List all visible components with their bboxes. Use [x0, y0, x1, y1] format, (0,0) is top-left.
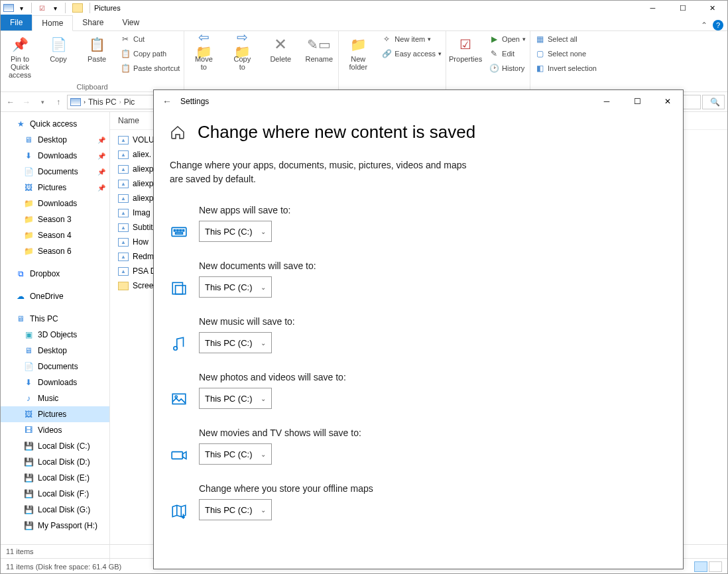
- settings-close-button[interactable]: ✕: [652, 90, 683, 113]
- nav-disk-c[interactable]: 💾Local Disk (C:): [1, 438, 109, 454]
- maximize-button[interactable]: ☐: [668, 1, 698, 15]
- navigation-pane[interactable]: ★Quick access 🖥Desktop📌 ⬇Downloads📌 📄Doc…: [1, 112, 110, 565]
- tab-view[interactable]: View: [113, 15, 149, 30]
- folder-icon: 📁: [23, 230, 34, 241]
- minimize-button[interactable]: ─: [638, 1, 668, 15]
- dropdown-value: This PC (C:): [205, 282, 253, 292]
- quick-access-icon: ★: [15, 119, 26, 129]
- qat-window-icon[interactable]: [3, 4, 14, 12]
- disk-icon: 💾: [23, 457, 34, 467]
- nav-documents[interactable]: 📄Documents📌: [1, 164, 109, 180]
- save-location-row: Change where you store your offline maps…: [170, 483, 667, 520]
- save-location-dropdown[interactable]: This PC (C:)⌄: [199, 276, 272, 298]
- nav-desktop-2[interactable]: 🖥Desktop: [1, 343, 109, 359]
- nav-season3[interactable]: 📁Season 3: [1, 211, 109, 227]
- thumbnails-view-button[interactable]: [709, 561, 722, 572]
- nav-pictures[interactable]: 🖼Pictures📌: [1, 180, 109, 196]
- nav-up-button[interactable]: ↑: [51, 95, 66, 109]
- pc-icon: [70, 98, 81, 106]
- folder-icon: [72, 3, 83, 13]
- nav-videos[interactable]: 🎞Videos: [1, 422, 109, 438]
- select-none-button[interactable]: ▢Select none: [534, 47, 597, 60]
- paste-button[interactable]: 📋Paste: [82, 32, 112, 63]
- nav-quick-access[interactable]: ★Quick access: [1, 116, 109, 132]
- open-button[interactable]: ▶Open ▾: [489, 32, 526, 46]
- save-location-dropdown[interactable]: This PC (C:)⌄: [199, 332, 272, 353]
- easy-access-button[interactable]: 🔗Easy access ▾: [381, 47, 442, 60]
- details-view-button[interactable]: [694, 561, 707, 572]
- select-none-icon: ▢: [534, 48, 545, 59]
- nav-passport[interactable]: 💾My Passport (H:): [1, 518, 109, 534]
- save-location-dropdown[interactable]: This PC (C:)⌄: [199, 499, 272, 520]
- new-item-button[interactable]: ✧New item ▾: [381, 32, 442, 46]
- pin-quick-access-button[interactable]: 📌Pin to Quick access: [5, 32, 35, 79]
- select-all-button[interactable]: ▦Select all: [534, 32, 597, 46]
- nav-forward-button[interactable]: →: [19, 95, 34, 109]
- nav-disk-f[interactable]: 💾Local Disk (F:): [1, 486, 109, 502]
- ribbon-tabstrip: File Home Share View ⌃ ?: [1, 15, 727, 31]
- copy-button[interactable]: 📄Copy: [43, 32, 74, 63]
- delete-button[interactable]: ✕Delete: [265, 32, 296, 63]
- nav-downloads[interactable]: ⬇Downloads📌: [1, 148, 109, 164]
- tab-file[interactable]: File: [1, 15, 32, 30]
- svg-rect-11: [172, 452, 182, 459]
- save-location-dropdown[interactable]: This PC (C:)⌄: [199, 443, 272, 465]
- nav-music[interactable]: ♪Music: [1, 390, 109, 406]
- move-to-button[interactable]: ⇦📁Move to: [188, 32, 219, 71]
- settings-back-button[interactable]: ←: [154, 96, 180, 107]
- close-button[interactable]: ✕: [698, 1, 727, 15]
- cut-icon: ✂: [120, 34, 131, 44]
- nav-documents-2[interactable]: 📄Documents: [1, 359, 109, 374]
- save-location-dropdown[interactable]: This PC (C:)⌄: [199, 221, 272, 242]
- file-name: aliexp: [133, 179, 153, 188]
- nav-pictures-2[interactable]: 🖼Pictures: [1, 406, 109, 422]
- help-icon[interactable]: ?: [713, 20, 723, 30]
- nav-this-pc[interactable]: 🖥This PC: [1, 311, 109, 327]
- nav-disk-e[interactable]: 💾Local Disk (E:): [1, 470, 109, 486]
- nav-disk-d[interactable]: 💾Local Disk (D:): [1, 454, 109, 470]
- open-icon: ▶: [489, 34, 499, 44]
- breadcrumb-location[interactable]: Pic: [124, 97, 135, 107]
- nav-recent-button[interactable]: ▾: [35, 95, 50, 109]
- invert-selection-icon: ◧: [534, 63, 545, 74]
- save-location-row: New music will save to:This PC (C:)⌄: [170, 316, 667, 353]
- settings-maximize-button[interactable]: ☐: [622, 90, 652, 113]
- nav-3d-objects[interactable]: ▣3D Objects: [1, 327, 109, 343]
- disk-icon: 💾: [23, 504, 34, 515]
- videos-icon: 🎞: [23, 425, 34, 435]
- copy-to-button[interactable]: ⇨📁Copy to: [227, 32, 257, 71]
- rename-button[interactable]: ✎▭Rename: [304, 32, 334, 63]
- breadcrumb-pc[interactable]: This PC›: [88, 97, 121, 107]
- copy-path-button[interactable]: 📋Copy path: [120, 47, 180, 60]
- search-box[interactable]: 🔍: [702, 95, 725, 109]
- history-button[interactable]: 🕑History: [489, 62, 526, 75]
- nav-season6[interactable]: 📁Season 6: [1, 243, 109, 259]
- nav-downloads-2[interactable]: 📁Downloads: [1, 196, 109, 211]
- nav-disk-g[interactable]: 💾Local Disk (G:): [1, 502, 109, 518]
- nav-dropbox[interactable]: ⧉Dropbox: [1, 266, 109, 282]
- ribbon-collapse-icon[interactable]: ⌃: [701, 21, 707, 30]
- save-location-dropdown[interactable]: This PC (C:)⌄: [199, 388, 272, 409]
- qat-dropdown-icon[interactable]: ▾: [15, 2, 27, 14]
- invert-selection-button[interactable]: ◧Invert selection: [534, 62, 597, 75]
- paste-shortcut-button[interactable]: 📋Paste shortcut: [120, 62, 180, 75]
- save-row-label: New documents will save to:: [199, 260, 316, 271]
- home-icon[interactable]: [170, 125, 186, 141]
- new-folder-button[interactable]: 📁New folder: [343, 32, 373, 71]
- dropdown-value: This PC (C:): [205, 505, 253, 515]
- nav-downloads-3[interactable]: ⬇Downloads: [1, 374, 109, 390]
- window-title: Pictures: [94, 4, 121, 12]
- properties-button[interactable]: ☑Properties: [450, 32, 481, 63]
- nav-back-button[interactable]: ←: [3, 95, 18, 109]
- settings-minimize-button[interactable]: ─: [591, 90, 622, 113]
- qat-properties-icon[interactable]: ☑: [36, 2, 48, 14]
- tab-home[interactable]: Home: [32, 15, 73, 31]
- nav-onedrive[interactable]: ☁OneDrive: [1, 288, 109, 304]
- nav-desktop[interactable]: 🖥Desktop📌: [1, 132, 109, 148]
- cut-button[interactable]: ✂Cut: [120, 32, 180, 46]
- svg-point-10: [175, 396, 177, 398]
- qat-dropdown-icon-2[interactable]: ▾: [49, 2, 61, 14]
- tab-share[interactable]: Share: [73, 15, 113, 30]
- nav-season4[interactable]: 📁Season 4: [1, 227, 109, 243]
- edit-button[interactable]: ✎Edit: [489, 47, 526, 60]
